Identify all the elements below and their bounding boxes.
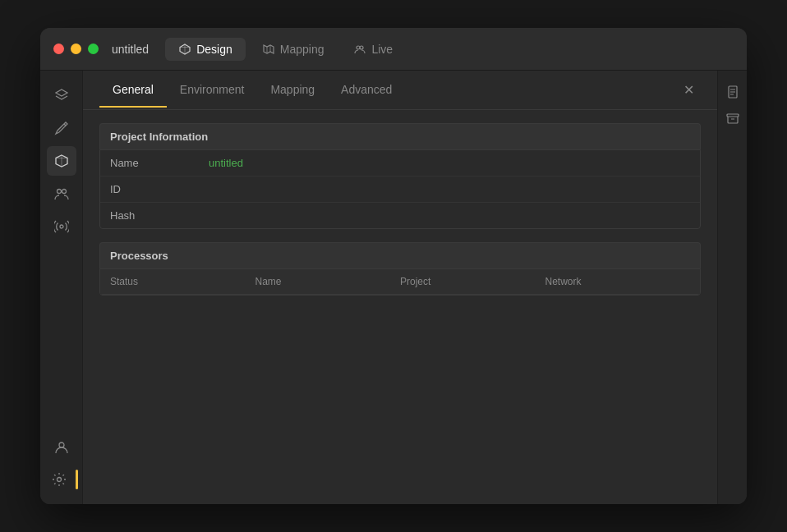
close-panel-button[interactable]: ✕ [677,79,701,101]
col-project: Project [400,276,545,287]
close-button[interactable] [53,44,64,54]
map-icon [262,43,275,56]
sidebar-bottom [44,432,78,494]
design-tab-label: Design [196,43,232,56]
col-network: Network [545,276,691,287]
sidebar-item-cube[interactable] [47,146,76,176]
processors-section: Processors Status Name Project Network [99,242,701,296]
minimize-button[interactable] [71,44,81,54]
right-sidebar [717,71,747,504]
table-row: Name untitled [100,150,700,177]
table-row: ID [100,177,700,203]
maximize-button[interactable] [88,44,99,54]
id-label: ID [110,183,209,195]
titlebar-tab-live[interactable]: Live [340,38,406,61]
svg-point-0 [357,46,360,49]
sidebar-item-signal[interactable] [47,212,76,241]
project-info-section: Project Information Name untitled ID Has… [99,123,701,229]
processors-body: Status Name Project Network [99,268,701,296]
tab-advanced[interactable]: Advanced [328,73,405,108]
col-name: Name [255,276,401,287]
project-info-header: Project Information [99,123,701,149]
live-tab-label: Live [371,43,393,56]
tab-general[interactable]: General [99,73,167,108]
panel-content: Project Information Name untitled ID Has… [83,110,717,504]
titlebar-tabs: Design Mapping [165,38,734,61]
users-icon [353,43,366,56]
window-title: untitled [112,43,149,56]
titlebar: untitled Design Mapping [40,28,747,71]
sidebar-item-settings[interactable] [44,465,74,494]
main-window: untitled Design Mapping [40,28,747,504]
tab-environment[interactable]: Environment [167,73,258,108]
right-sidebar-archive[interactable] [721,107,744,130]
main-layout: General Environment Mapping Advanced ✕ P… [40,71,747,504]
project-info-body: Name untitled ID Hash [99,149,701,229]
mapping-tab-label: Mapping [280,43,324,56]
sidebar-item-users[interactable] [47,179,76,209]
content-area: General Environment Mapping Advanced ✕ P… [83,71,717,504]
svg-point-4 [60,225,63,228]
settings-accent-bar [76,470,78,489]
name-value: untitled [209,157,243,169]
sidebar-item-layers[interactable] [47,80,76,110]
hash-label: Hash [110,209,209,222]
col-status: Status [110,276,255,287]
tab-bar: General Environment Mapping Advanced ✕ [83,71,717,110]
svg-rect-8 [727,114,739,117]
titlebar-tab-design[interactable]: Design [165,38,246,61]
table-row: Hash [100,203,700,228]
sidebar-top [47,80,76,429]
processors-table-header: Status Name Project Network [100,269,700,295]
svg-point-3 [62,190,66,194]
processors-header: Processors [99,242,701,268]
sidebar-item-pen[interactable] [47,113,76,143]
svg-point-5 [59,443,64,447]
left-sidebar [40,71,83,504]
svg-point-2 [57,190,61,194]
svg-point-6 [58,478,62,482]
tab-mapping[interactable]: Mapping [257,73,328,108]
traffic-lights [53,44,99,54]
svg-point-1 [360,46,363,49]
cube-icon [178,43,191,56]
name-label: Name [110,157,209,169]
titlebar-tab-mapping[interactable]: Mapping [249,38,338,61]
sidebar-item-account[interactable] [47,432,76,461]
right-sidebar-document[interactable] [721,80,744,103]
